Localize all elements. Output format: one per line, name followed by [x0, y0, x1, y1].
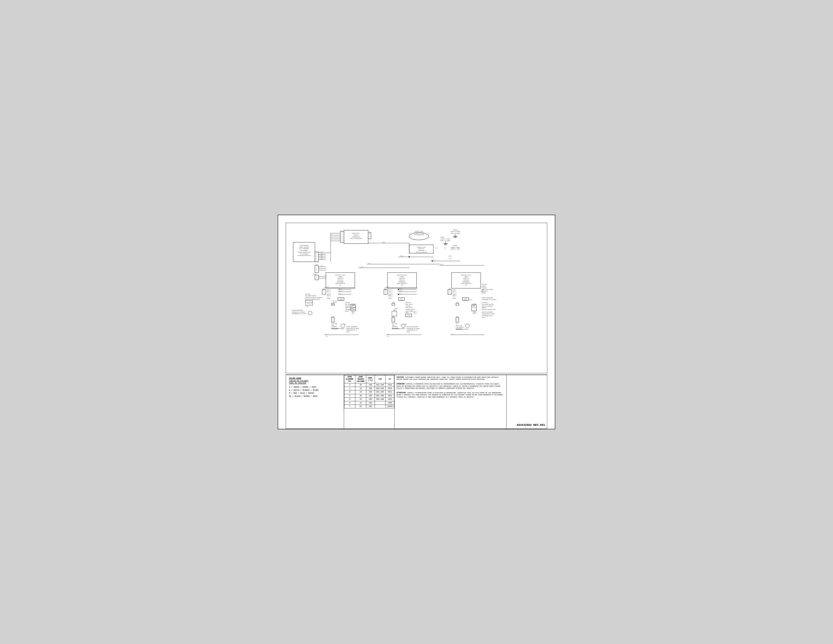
table-row: 72215010109 — [344, 404, 394, 408]
svg-text:L'UTILISATEUR: L'UTILISATEUR — [300, 254, 308, 254]
table-cell-wire: 6 — [344, 401, 355, 404]
svg-text:W-7: W-7 — [388, 333, 389, 335]
svg-text:4: 4 — [316, 258, 317, 259]
svg-text:LADO: LADO — [392, 325, 394, 326]
svg-text:TEMPERATURA DE SENSOR: TEMPERATURA DE SENSOR — [482, 313, 495, 314]
svg-text:BPN1-N: BPN1-N — [453, 295, 457, 296]
table-cell-gage: 22 — [355, 401, 366, 404]
svg-rect-123 — [305, 301, 312, 305]
svg-text:INDUCTOR DE CENTRO: INDUCTOR DE CENTRO — [482, 289, 493, 290]
svg-text:PLATE: PLATE — [400, 298, 403, 299]
svg-text:BC4: BC4 — [392, 316, 394, 317]
table-cell-gage: 18 — [355, 390, 366, 394]
table-cell-temp: 150 — [366, 394, 375, 398]
svg-text:WIRE: WIRE — [473, 305, 475, 306]
svg-text:2: 2 — [457, 320, 458, 321]
svg-text:INDUCTEUR: INDUCTEUR — [482, 291, 487, 292]
svg-text:W-6: W-6 — [321, 266, 323, 266]
svg-text:TEMPERATURE DE LA: TEMPERATURE DE LA — [346, 330, 357, 331]
svg-text:INDUCTOR POSTERIOR: INDUCTOR POSTERIOR — [482, 306, 493, 307]
svg-text:BB1: BB1 — [306, 306, 309, 307]
svg-text:4: 4 — [342, 238, 343, 239]
svg-text:~: ~ — [343, 326, 343, 327]
table-cell-gage: 22 — [355, 404, 366, 408]
svg-text:TAB 1: TAB 1 — [352, 313, 355, 314]
svg-text:R-2: R-2 — [368, 263, 370, 264]
bottom-area: COLOR CODE CODIGO DE COLORES CODE DE COU… — [286, 375, 547, 429]
svg-text:NUCLEO MAGNETICO: NUCLEO MAGNETICO — [414, 232, 424, 233]
svg-text:AVANT PLAQUE: AVANT PLAQUE — [406, 311, 413, 312]
svg-text:BPN2-N: BPN2-N — [327, 294, 331, 295]
caution-text-en: DISCONNECT POWER BEFORE SERVICING UNIT. … — [397, 377, 499, 380]
svg-text:FUENTE DE: FUENTE DE — [354, 235, 359, 236]
svg-text:LEFT FRONT: LEFT FRONT — [345, 304, 351, 305]
col-temp: TEMP.(°C) — [366, 375, 375, 383]
svg-text:TAB 9: TAB 9 — [413, 313, 417, 314]
table-row: 420150EXL-1503321 — [344, 394, 394, 398]
svg-text:BB1: BB1 — [456, 323, 458, 324]
svg-text:3: 3 — [385, 290, 386, 291]
svg-text:BK-2: BK-2 — [383, 242, 385, 243]
svg-text:W-7: W-7 — [326, 336, 328, 337]
svg-text:CARTE GENERATEUR: CARTE GENERATEUR — [461, 283, 471, 284]
svg-text:SENSOR TEMPERATURE: SENSOR TEMPERATURE — [482, 312, 493, 313]
table-row: 110150EXL-1503321 — [344, 383, 394, 387]
svg-text:1: 1 — [316, 253, 317, 254]
caution-en: CAUTION: DISCONNECT POWER BEFORE SERVICI… — [397, 376, 504, 381]
table-cell-wire: 1 — [344, 383, 355, 387]
svg-text:LADO: LADO — [331, 325, 334, 326]
table-cell-temp: 150 — [366, 398, 375, 401]
svg-text:SONDE: SONDE — [407, 331, 410, 332]
svg-point-296 — [432, 260, 433, 262]
svg-text:COTE GAUCHE: COTE GAUCHE — [331, 328, 338, 329]
svg-text:~: ~ — [467, 326, 468, 327]
svg-text:PUESTA A TIERRA: PUESTA A TIERRA — [450, 231, 460, 232]
color-code-title-es: CODIGO DE COLORES — [289, 380, 341, 382]
wire-table-section: WIREALAMBREFIL GAGEMEDIDACALIBRE TEMP.(°… — [344, 375, 394, 428]
svg-text:MISE A LA TERRE: MISE A LA TERRE — [450, 248, 460, 250]
svg-text:TEMPERATURE DE LA: TEMPERATURE DE LA — [407, 330, 418, 331]
svg-text:SONDE: SONDE — [482, 317, 485, 318]
svg-text:LEFT SIDE: LEFT SIDE — [331, 323, 337, 324]
svg-text:ID2: ID2 — [401, 285, 403, 286]
svg-text:BOARD: BOARD — [465, 276, 468, 277]
page: USER INTERFACE CONTROL PRINCIPAL DE LA I… — [278, 215, 555, 429]
svg-text:CENTER: CENTER — [482, 286, 486, 287]
part-number-section: A03432502 REV.001 — [507, 375, 547, 428]
svg-text:SENSOR TEMPERATURE: SENSOR TEMPERATURE — [482, 297, 493, 298]
svg-text:IZQUIERDO: IZQUIERDO — [331, 326, 337, 327]
svg-text:RIGHT FRONT: RIGHT FRONT — [406, 304, 412, 305]
svg-text:W-6: W-6 — [321, 257, 323, 258]
svg-text:L1: L1 — [428, 233, 429, 234]
svg-text:TEMPERATURE DE LA SONDE: TEMPERATURE DE LA SONDE — [292, 313, 306, 314]
svg-text:DEL USUARIO: DEL USUARIO — [301, 250, 307, 251]
table-cell-csa: EXL-150 — [375, 394, 386, 398]
table-cell-csa: EXL-150 — [375, 387, 386, 390]
caution-label-fr: ATTENTION: — [397, 392, 407, 394]
svg-text:DERECHO: DERECHO — [482, 307, 486, 308]
svg-text:PUESTA A TIERRA: PUESTA A TIERRA — [450, 247, 460, 248]
svg-text:R-3: R-3 — [400, 293, 402, 294]
svg-text:CONTROLEUR PRINCIPALE: CONTROLEUR PRINCIPALE — [298, 255, 310, 256]
svg-text:LEFT SIDE: LEFT SIDE — [392, 323, 397, 324]
svg-text:TAB 2: TAB 2 — [352, 311, 355, 312]
svg-text:BPEO3: BPEO3 — [389, 298, 392, 299]
svg-text:TAB101: TAB101 — [473, 313, 476, 314]
caution-text-fr: COUPEZ L'ALIMENTATION AVANT D'EFFECTUER … — [397, 392, 503, 398]
svg-text:GENERATOR CIRCUIT: GENERATOR CIRCUIT — [461, 275, 471, 275]
svg-text:PLATE: PLATE — [407, 315, 410, 316]
svg-text:2: 2 — [393, 320, 394, 321]
svg-text:3: 3 — [449, 290, 450, 291]
caution-fr: ATTENTION: COUPEZ L'ALIMENTATION AVANT D… — [397, 392, 504, 398]
svg-text:COTE DROIT: COTE DROIT — [456, 328, 462, 329]
svg-text:1: 1 — [342, 232, 343, 233]
table-cell-ul: 3321 — [386, 387, 394, 390]
table-row: 6221051569 — [344, 401, 394, 404]
svg-text:~: ~ — [403, 326, 404, 327]
svg-text:BC1: BC1 — [332, 304, 334, 305]
svg-text:BK-6: BK-6 — [449, 258, 452, 259]
table-cell-temp: 150 — [366, 383, 375, 387]
svg-text:BK-2: BK-2 — [441, 264, 443, 265]
svg-text:CIRCUITOS: CIRCUITOS — [399, 280, 405, 280]
svg-text:MACS: MACS — [314, 274, 316, 275]
